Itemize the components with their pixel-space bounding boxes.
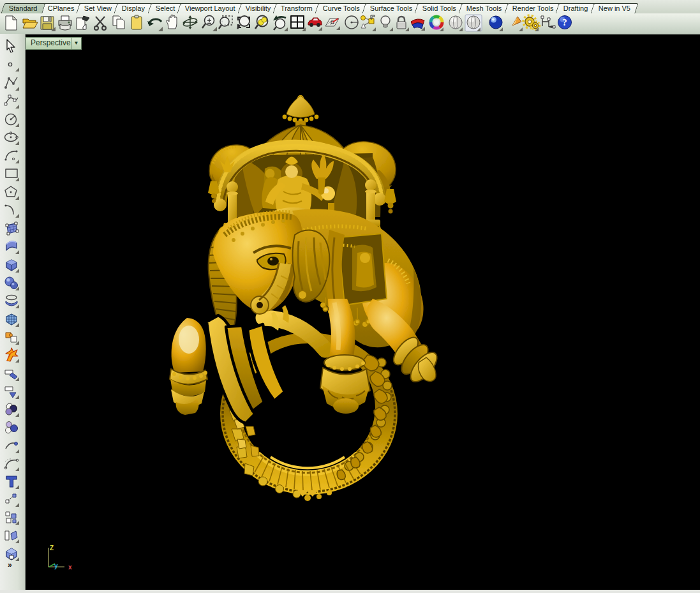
svg-text:y: y [54, 562, 58, 569]
svg-text:x: x [68, 564, 72, 571]
svg-text:»: » [8, 560, 12, 569]
svg-text:Z: Z [50, 544, 54, 552]
svg-text:?: ? [562, 17, 567, 27]
